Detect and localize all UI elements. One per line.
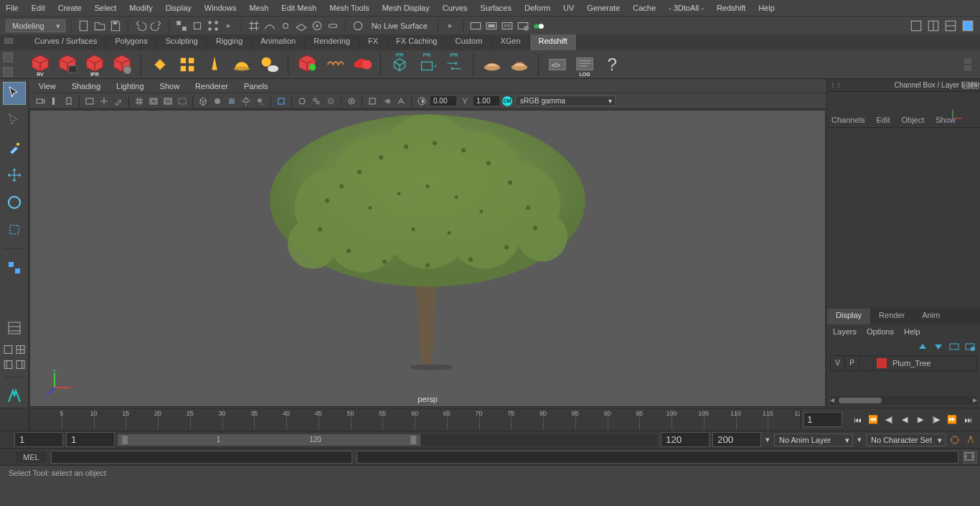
viewport-canvas[interactable]: y x z persp bbox=[29, 110, 826, 407]
menu-display[interactable]: Display bbox=[166, 4, 192, 12]
snap-curve-icon[interactable] bbox=[263, 19, 276, 32]
vp-menu-panels[interactable]: Panels bbox=[244, 82, 268, 90]
vp-grease-icon[interactable] bbox=[113, 95, 124, 107]
vp-resolution-gate-icon[interactable] bbox=[162, 95, 174, 107]
shelf-opt-1-icon[interactable] bbox=[3, 52, 13, 62]
shelf-tab-sculpting[interactable]: Sculpting bbox=[157, 34, 207, 50]
save-scene-icon[interactable] bbox=[109, 19, 122, 32]
menu-curves[interactable]: Curves bbox=[443, 4, 468, 12]
panel-layout-3-icon[interactable] bbox=[944, 19, 957, 32]
menu-cache[interactable]: Cache bbox=[633, 4, 656, 12]
vp-lights-icon[interactable] bbox=[240, 95, 252, 107]
shelf-tab-redshift[interactable]: Redshift bbox=[530, 34, 577, 50]
layer-move-down-icon[interactable] bbox=[933, 342, 944, 352]
menu-help[interactable]: Help bbox=[758, 4, 775, 12]
select-mode-icon[interactable] bbox=[175, 19, 188, 32]
menu-uv[interactable]: UV bbox=[563, 4, 574, 12]
vp-xray-icon[interactable] bbox=[296, 95, 308, 107]
rs-pr-3-icon[interactable]: PR bbox=[443, 53, 466, 76]
vp-exposure-ctrl-icon[interactable] bbox=[416, 95, 428, 107]
layer-menu-layers[interactable]: Layers bbox=[833, 327, 857, 336]
snap-point-icon[interactable] bbox=[279, 19, 292, 32]
layer-move-up-icon[interactable] bbox=[917, 342, 928, 352]
rs-light-sun-icon[interactable] bbox=[258, 53, 281, 76]
menu-3dtoall[interactable]: - 3DtoAll - bbox=[669, 4, 704, 12]
rs-light-area-icon[interactable] bbox=[176, 53, 199, 76]
vp-menu-view[interactable]: View bbox=[39, 82, 56, 90]
rs-script-icon[interactable]: </> bbox=[546, 53, 569, 76]
rs-help-icon[interactable]: ? bbox=[600, 53, 623, 76]
layer-new-empty-icon[interactable] bbox=[948, 342, 960, 352]
cb-tab-object[interactable]: Object bbox=[901, 116, 924, 124]
key-back-icon[interactable]: ◀| bbox=[882, 413, 895, 426]
shelf-tab-rigging[interactable]: Rigging bbox=[207, 34, 252, 50]
range-end-field[interactable] bbox=[712, 432, 761, 447]
select-comp-icon[interactable] bbox=[207, 19, 220, 32]
layer-tab-render[interactable]: Render bbox=[870, 309, 913, 324]
range-inner-end-field[interactable] bbox=[661, 432, 710, 447]
rs-material-icon[interactable] bbox=[350, 53, 373, 76]
menu-deform[interactable]: Deform bbox=[524, 4, 550, 12]
vp-colorspace-dropdown[interactable]: sRGB gamma bbox=[515, 95, 616, 106]
layer-tab-anim[interactable]: Anim bbox=[913, 309, 948, 324]
rs-settings-icon[interactable] bbox=[110, 53, 133, 76]
go-start-icon[interactable]: ⏮ bbox=[851, 413, 864, 426]
time-ruler[interactable]: 5101520253035404550556065707580859095100… bbox=[29, 410, 801, 430]
rs-bake-1-icon[interactable] bbox=[481, 53, 504, 76]
character-set-dropdown[interactable]: No Character Set bbox=[866, 434, 946, 446]
undo-icon[interactable] bbox=[134, 19, 147, 32]
menu-generate[interactable]: Generate bbox=[587, 4, 620, 12]
vp-gamma-ctrl-icon[interactable] bbox=[459, 95, 471, 107]
script-editor-icon[interactable] bbox=[963, 451, 977, 464]
layer-new-selected-icon[interactable] bbox=[964, 342, 976, 352]
cmd-language-toggle[interactable]: MEL bbox=[16, 451, 47, 463]
vp-menu-show[interactable]: Show bbox=[160, 82, 180, 90]
layout-quad-icon[interactable] bbox=[15, 344, 26, 355]
vp-select-camera-icon[interactable] bbox=[34, 95, 46, 107]
rs-render-icon[interactable] bbox=[56, 53, 79, 76]
vp-image-plane-icon[interactable] bbox=[84, 95, 95, 107]
vp-gate-mask-icon[interactable] bbox=[176, 95, 188, 107]
rs-pr-2-icon[interactable]: PR bbox=[415, 53, 438, 76]
shelf-tab-rendering[interactable]: Rendering bbox=[305, 34, 359, 50]
new-scene-icon[interactable] bbox=[77, 19, 90, 32]
vp-exposure-input[interactable] bbox=[430, 96, 456, 106]
vp-aa-icon[interactable] bbox=[395, 95, 407, 107]
vp-motion-blur-icon[interactable] bbox=[381, 95, 392, 107]
maya-logo-icon[interactable] bbox=[3, 385, 26, 408]
layer-display-type[interactable] bbox=[859, 357, 874, 370]
panel-undock-icon[interactable]: □ bbox=[963, 82, 970, 89]
snap-plane-icon[interactable] bbox=[295, 19, 308, 32]
select-mask-icon[interactable]: ▸ bbox=[222, 19, 235, 32]
select-tool[interactable] bbox=[3, 82, 26, 105]
layer-menu-help[interactable]: Help bbox=[904, 327, 920, 336]
layer-playback-toggle[interactable]: P bbox=[845, 357, 859, 370]
vp-wireframe-icon[interactable] bbox=[197, 95, 209, 107]
layer-vis-toggle[interactable]: V bbox=[831, 357, 845, 370]
lasso-tool[interactable] bbox=[3, 109, 26, 132]
rs-bake-2-icon[interactable] bbox=[508, 53, 531, 76]
vp-shaded-icon[interactable] bbox=[212, 95, 223, 107]
step-fwd-icon[interactable]: ⏩ bbox=[946, 413, 958, 426]
vp-menu-lighting[interactable]: Lighting bbox=[116, 82, 144, 90]
layer-scrollbar[interactable] bbox=[830, 396, 977, 405]
shelf-tab-curves[interactable]: Curves / Surfaces bbox=[26, 34, 106, 50]
menu-select[interactable]: Select bbox=[95, 4, 117, 12]
prefs-icon[interactable] bbox=[964, 434, 977, 446]
rs-pr-1-icon[interactable]: PR bbox=[388, 53, 411, 76]
render-settings-icon[interactable] bbox=[517, 19, 529, 32]
menu-create[interactable]: Create bbox=[58, 4, 82, 12]
rs-proxy-icon[interactable] bbox=[296, 53, 319, 76]
go-end-icon[interactable]: ⏭ bbox=[961, 413, 974, 426]
play-fwd-icon[interactable]: ▶ bbox=[914, 413, 927, 426]
rotate-tool[interactable] bbox=[3, 191, 26, 214]
rs-ipr-icon[interactable]: IPR bbox=[83, 53, 106, 76]
vp-xray-comp-icon[interactable] bbox=[325, 95, 336, 107]
layer-menu-options[interactable]: Options bbox=[867, 327, 894, 336]
vp-textured-icon[interactable] bbox=[226, 95, 237, 107]
vp-isolate-icon[interactable] bbox=[275, 95, 287, 107]
vp-grid-icon[interactable] bbox=[133, 95, 145, 107]
menu-modify[interactable]: Modify bbox=[129, 4, 152, 12]
menu-redshift[interactable]: Redshift bbox=[717, 4, 745, 12]
menu-mesh-tools[interactable]: Mesh Tools bbox=[329, 4, 369, 12]
